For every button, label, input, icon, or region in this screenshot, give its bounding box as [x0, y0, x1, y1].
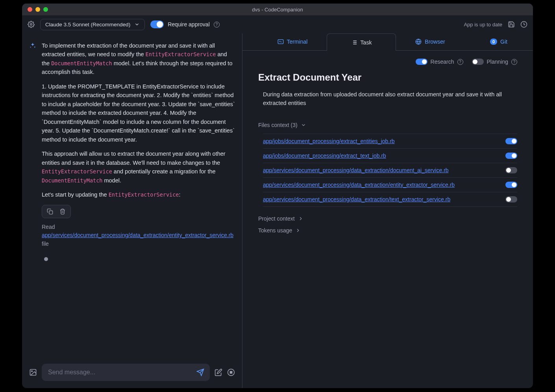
message-input[interactable]	[47, 368, 196, 376]
chat-scroll[interactable]: To implement the extraction of the docum…	[22, 33, 242, 359]
code-token: DocumentEntityMatch	[42, 177, 102, 184]
require-approval-option: Require approval ?	[150, 20, 220, 28]
loading-dot-icon	[44, 257, 48, 261]
svg-rect-2	[49, 211, 53, 214]
right-panel: Terminal Task Browser 0 Git	[242, 33, 533, 388]
message-input-wrap	[42, 364, 210, 381]
file-list: app/jobs/document_processing/extract_ent…	[263, 134, 517, 207]
code-token: EntityExtractorService	[109, 191, 179, 198]
maximize-window-button[interactable]	[43, 7, 48, 12]
file-row: app/services/document_processing/data_ex…	[263, 163, 517, 178]
chat-panel: To implement the extraction of the docum…	[22, 33, 242, 388]
model-selector[interactable]: Claude 3.5 Sonnet (Recommended)	[40, 19, 145, 30]
tokens-usage-header[interactable]: Tokens usage	[258, 227, 517, 234]
update-status: App is up to date	[464, 22, 502, 28]
tab-browser[interactable]: Browser	[396, 33, 464, 50]
read-file-block: Read app/services/document_processing/da…	[42, 223, 235, 248]
send-button[interactable]	[196, 368, 204, 376]
history-button[interactable]	[520, 21, 527, 28]
clock-icon	[520, 21, 527, 28]
file-row: app/jobs/document_processing/extract_ent…	[263, 134, 517, 149]
research-option: Research ?	[416, 59, 463, 65]
main-split: To implement the extraction of the docum…	[22, 33, 533, 388]
file-toggle[interactable]	[505, 153, 517, 159]
chevron-right-icon	[295, 228, 301, 233]
code-token: EntityExtractorService	[42, 168, 112, 175]
task-title: Extract Document Year	[258, 72, 517, 83]
svg-point-0	[30, 24, 32, 26]
attach-image-button[interactable]	[29, 368, 37, 376]
code-actions	[42, 205, 71, 218]
read-label: Read	[42, 223, 235, 232]
research-toggle[interactable]	[416, 59, 427, 65]
file-toggle[interactable]	[505, 138, 517, 144]
tab-git[interactable]: 0 Git	[464, 33, 533, 50]
tab-task[interactable]: Task	[327, 33, 396, 51]
edit-icon	[215, 368, 222, 376]
toolbar: Claude 3.5 Sonnet (Recommended) Require …	[22, 15, 533, 33]
sparkle-icon	[29, 42, 36, 49]
help-icon[interactable]: ?	[214, 22, 220, 28]
thinking-indicator	[29, 254, 235, 261]
close-window-button[interactable]	[28, 7, 32, 12]
save-icon	[508, 21, 515, 28]
terminal-icon	[278, 39, 284, 45]
chevron-right-icon	[298, 216, 303, 221]
code-token: EntityExtractorService	[146, 51, 216, 57]
assistant-message: To implement the extraction of the docum…	[29, 41, 235, 248]
traffic-lights	[22, 7, 48, 12]
image-icon	[29, 368, 37, 376]
right-tabs: Terminal Task Browser 0 Git	[242, 33, 533, 51]
help-icon[interactable]: ?	[457, 59, 463, 65]
stop-button[interactable]	[227, 368, 235, 376]
task-options: Research ? Planning ?	[258, 59, 517, 65]
file-toggle[interactable]	[505, 167, 517, 173]
file-row: app/services/document_processing/data_ex…	[263, 192, 517, 207]
copy-icon	[47, 208, 53, 215]
save-button[interactable]	[508, 21, 515, 28]
delete-button[interactable]	[56, 207, 69, 216]
file-row: app/jobs/document_processing/extract_tex…	[263, 149, 517, 163]
chevron-down-icon	[301, 122, 306, 128]
git-badge: 0	[490, 39, 497, 45]
file-row: app/services/document_processing/data_ex…	[263, 178, 517, 192]
message-body: To implement the extraction of the docum…	[42, 41, 235, 248]
help-icon[interactable]: ?	[511, 59, 517, 65]
copy-button[interactable]	[44, 207, 56, 216]
svg-point-4	[31, 371, 33, 372]
steps-paragraph: 1. Update the PROMPT_TEMPLATE in EntityE…	[42, 82, 235, 144]
svg-rect-8	[230, 372, 232, 374]
file-link[interactable]: app/services/document_processing/data_ex…	[263, 167, 449, 173]
require-approval-label: Require approval	[168, 21, 210, 28]
settings-button[interactable]	[28, 21, 35, 28]
composer	[22, 359, 242, 388]
window-title: dvs - CodeCompanion	[22, 7, 533, 13]
file-link[interactable]: app/services/document_processing/data_ex…	[263, 182, 455, 188]
assistant-avatar	[29, 42, 37, 248]
titlebar: dvs - CodeCompanion	[22, 4, 533, 15]
minimize-window-button[interactable]	[35, 7, 40, 12]
tab-terminal[interactable]: Terminal	[258, 33, 327, 50]
model-name: Claude 3.5 Sonnet (Recommended)	[45, 22, 130, 28]
list-icon	[351, 39, 357, 46]
file-link[interactable]: app/jobs/document_processing/extract_ent…	[263, 138, 395, 144]
file-toggle[interactable]	[505, 182, 517, 188]
read-file-link[interactable]: app/services/document_processing/data_ex…	[42, 232, 233, 238]
new-chat-button[interactable]	[215, 368, 222, 376]
globe-icon	[415, 39, 422, 45]
chevron-down-icon	[134, 22, 140, 27]
file-toggle[interactable]	[505, 196, 517, 202]
planning-toggle[interactable]	[472, 59, 484, 65]
files-context-header[interactable]: Files context (3)	[258, 122, 517, 128]
file-link[interactable]: app/jobs/document_processing/extract_tex…	[263, 153, 386, 159]
planning-option: Planning ?	[472, 59, 518, 65]
task-content: Research ? Planning ? Extract Document Y…	[242, 51, 533, 388]
stop-icon	[227, 368, 235, 376]
require-approval-toggle[interactable]	[150, 20, 164, 28]
file-link[interactable]: app/services/document_processing/data_ex…	[263, 196, 450, 202]
send-icon	[196, 368, 204, 376]
project-context-header[interactable]: Project context	[258, 215, 517, 222]
trash-icon	[59, 208, 66, 215]
gear-icon	[28, 21, 35, 28]
app-window: dvs - CodeCompanion Claude 3.5 Sonnet (R…	[22, 3, 533, 388]
